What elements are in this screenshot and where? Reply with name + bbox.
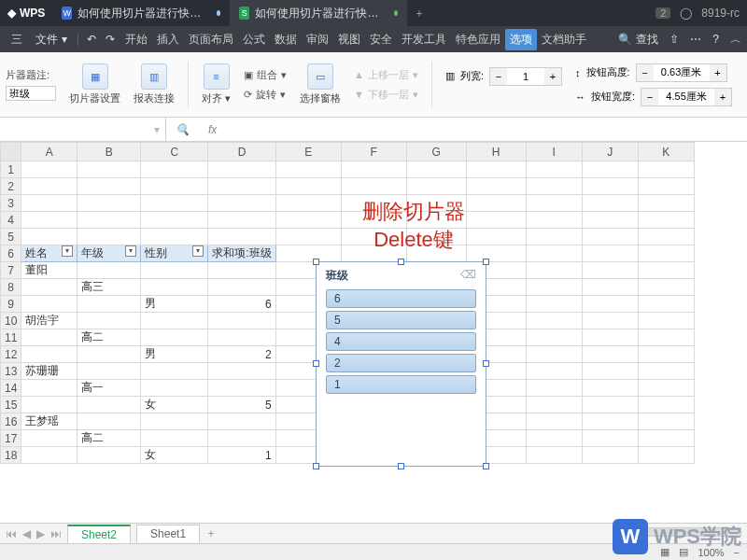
cell[interactable] [141,430,208,447]
slicer-item[interactable]: 6 [326,289,476,308]
ribbon-tab-11[interactable]: 文档助手 [537,29,591,50]
cell[interactable] [526,329,582,346]
cell[interactable] [21,380,78,397]
row-header[interactable]: 1 [1,161,21,178]
cell[interactable] [78,447,141,464]
cell[interactable] [275,161,341,178]
cell[interactable] [141,363,208,380]
cell[interactable] [275,212,341,229]
align-button[interactable]: ≡ 对齐 ▾ [202,63,231,105]
cell[interactable] [21,296,78,313]
col-header[interactable]: A [21,143,78,161]
sheet-tab-sheet1[interactable]: Sheet1 [136,525,200,542]
filter-icon[interactable]: ▾ [62,245,73,257]
cell[interactable] [582,329,638,346]
ribbon-tab-9[interactable]: 特色应用 [451,29,505,50]
cell[interactable] [526,262,582,279]
cell[interactable] [526,313,582,329]
cell[interactable] [78,363,141,380]
cell[interactable] [582,397,638,413]
slicer-panel[interactable]: 班级 ⌫ 65421 [316,261,486,467]
cell[interactable] [141,178,208,195]
col-header[interactable]: B [78,143,141,161]
cell[interactable] [466,229,526,245]
filter-icon[interactable]: ▾ [125,245,136,257]
cell[interactable] [526,229,582,245]
cell[interactable]: 女 [141,397,208,413]
cell[interactable] [141,313,208,329]
cell[interactable] [208,212,275,229]
cell[interactable] [466,161,526,178]
cell[interactable]: 高一 [78,380,141,397]
col-header[interactable]: G [406,143,466,161]
cell[interactable] [21,447,78,464]
cell[interactable] [638,195,694,212]
minus-button[interactable]: − [490,68,507,85]
row-header[interactable]: 13 [1,363,21,380]
group-button[interactable]: ▣组合 ▾ [244,68,287,82]
cell[interactable] [466,178,526,195]
slicer-settings-button[interactable]: ▦ 切片器设置 [69,63,120,105]
cell[interactable] [275,229,341,245]
cell[interactable] [582,413,638,430]
cell[interactable] [21,178,78,195]
cell[interactable] [526,430,582,447]
name-box[interactable]: ▾ [0,118,166,141]
cell[interactable] [78,397,141,413]
cell[interactable] [208,329,275,346]
cell[interactable]: 高二 [78,430,141,447]
cell[interactable] [21,195,78,212]
cell[interactable]: 男 [141,346,208,363]
share-icon[interactable]: ⇧ [669,33,679,46]
row-header[interactable]: 10 [1,313,21,329]
document-tab-xlsx[interactable]: S 如何使用切片器进行快速筛选.xlsx [230,0,407,26]
cell[interactable] [582,447,638,464]
cell[interactable] [582,296,638,313]
search-button[interactable]: 🔍查找 [618,32,658,48]
col-header[interactable]: E [275,143,341,161]
redo-icon[interactable]: ↷ [102,33,119,46]
col-header[interactable]: H [466,143,526,161]
cell[interactable] [208,178,275,195]
row-header[interactable]: 11 [1,329,21,346]
row-header[interactable]: 3 [1,195,21,212]
undo-icon[interactable]: ↶ [83,33,100,46]
cell[interactable] [141,161,208,178]
cell[interactable] [638,447,694,464]
cell[interactable] [638,161,694,178]
cell[interactable] [141,279,208,296]
cell[interactable] [582,161,638,178]
cell[interactable]: 高三 [78,279,141,296]
cell[interactable] [208,262,275,279]
btn-w-stepper[interactable]: −+ [641,88,732,106]
row-header[interactable]: 2 [1,178,21,195]
row-header[interactable]: 14 [1,380,21,397]
cell[interactable] [208,161,275,178]
cell[interactable] [141,413,208,430]
cell[interactable] [638,212,694,229]
cell[interactable]: 6 [208,296,275,313]
cell[interactable] [466,212,526,229]
cell[interactable] [526,363,582,380]
cell[interactable] [582,380,638,397]
cell[interactable] [78,161,141,178]
cell[interactable] [141,329,208,346]
cell[interactable] [466,245,526,262]
chevron-down-icon[interactable]: ▾ [154,123,160,136]
row-header[interactable]: 17 [1,430,21,447]
cell[interactable] [638,296,694,313]
cell[interactable] [582,279,638,296]
ribbon-tab-6[interactable]: 视图 [333,29,365,50]
row-header[interactable]: 4 [1,212,21,229]
cell[interactable] [638,397,694,413]
row-header[interactable]: 18 [1,447,21,464]
cell[interactable] [582,245,638,262]
cell[interactable] [526,413,582,430]
fx-icon[interactable]: 🔍 [166,123,199,136]
cell[interactable] [406,178,466,195]
cell[interactable]: 王梦瑶 [21,413,78,430]
slicer-item[interactable]: 5 [326,311,476,329]
cell[interactable] [78,178,141,195]
caption-input[interactable] [6,86,56,101]
cell[interactable] [78,262,141,279]
